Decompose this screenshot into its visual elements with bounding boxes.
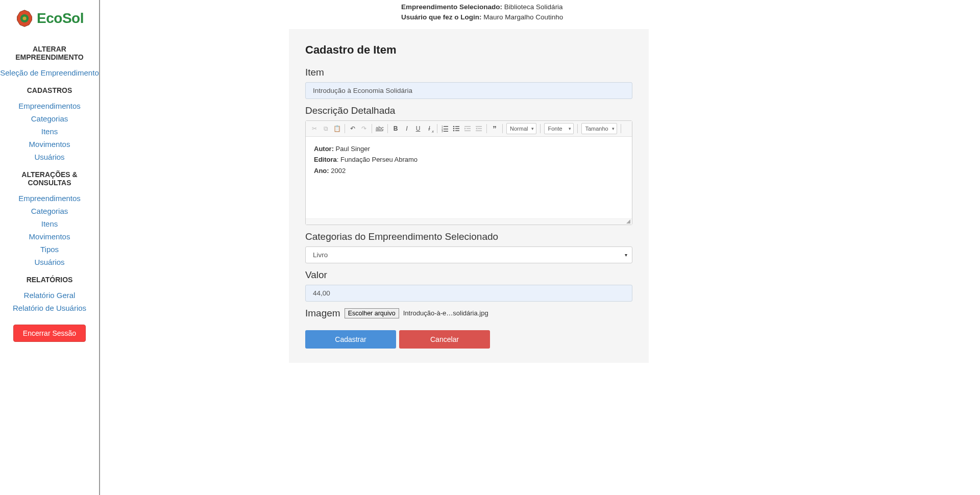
nav-alt-tipos[interactable]: Tipos [0,243,99,256]
spellcheck-icon[interactable]: abç [374,123,385,134]
form-panel: Cadastro de Item Item Descrição Detalhad… [289,29,649,363]
sidebar: EcoSol ALTERAR EMPREENDIMENTO Seleção de… [0,0,100,495]
italic-icon[interactable]: I [401,123,412,134]
sidebar-heading-alteracoes: ALTERAÇÕES & CONSULTAS [0,170,99,187]
main-content: Empreendimento Selecionado: Biblioteca S… [100,0,980,495]
toolbar-separator [502,124,503,133]
item-input[interactable] [305,82,632,99]
logo-icon [15,9,34,28]
toolbar-separator [621,124,621,133]
copy-icon[interactable]: ⧉ [320,123,331,134]
desc-autor-value: Paul Singer [334,145,370,153]
svg-rect-10 [455,126,459,127]
editor-toolbar: ✂ ⧉ 📋 ↶ ↷ abç B I U Ix 123 [306,121,632,137]
nav-alt-empreendimentos[interactable]: Empreendimentos [0,192,99,205]
paste-icon[interactable]: 📋 [331,123,342,134]
svg-point-13 [453,130,455,131]
nav-cad-itens[interactable]: Itens [0,125,99,138]
cut-icon[interactable]: ✂ [309,123,320,134]
toolbar-separator [540,124,541,133]
descricao-label: Descrição Detalhada [305,105,632,116]
nav-alt-usuarios[interactable]: Usuários [0,256,99,268]
svg-point-11 [453,128,455,129]
svg-rect-21 [478,128,482,129]
logo: EcoSol [0,5,99,38]
desc-editora-key: Editora [314,156,337,163]
nav-relatorio-geral[interactable]: Relatório Geral [0,289,99,302]
toolbar-separator [437,124,437,133]
sidebar-heading-cadastros: CADASTROS [0,86,99,94]
cadastrar-button[interactable]: Cadastrar [305,330,396,349]
toolbar-separator [577,124,578,133]
svg-rect-4 [444,126,448,127]
font-select[interactable]: Fonte [544,123,574,134]
nav-cad-empreendimentos[interactable]: Empreendimentos [0,100,99,112]
svg-point-2 [22,16,26,20]
nav-cad-categorias[interactable]: Categorias [0,112,99,125]
format-select[interactable]: Normal [506,123,536,134]
logo-text: EcoSol [37,10,84,27]
categorias-select[interactable]: Livro [305,246,632,263]
svg-rect-15 [464,126,471,127]
svg-rect-18 [464,130,471,131]
desc-ano-key: Ano: [314,167,329,175]
nav-cad-movimentos[interactable]: Movimentos [0,138,99,151]
svg-text:3: 3 [442,130,443,132]
svg-rect-12 [455,128,459,129]
outdent-icon[interactable] [462,123,473,134]
blockquote-icon[interactable]: ” [489,123,500,134]
sidebar-heading-alterar: ALTERAR EMPREENDIMENTO [0,45,99,61]
emp-selecionado-label: Empreendimento Selecionado: [401,3,502,11]
nav-alt-itens[interactable]: Itens [0,217,99,230]
svg-rect-14 [455,130,459,131]
nav-selecao-empreendimento[interactable]: Seleção de Empreendimento [0,66,99,79]
unordered-list-icon[interactable] [451,123,462,134]
valor-input[interactable] [305,285,632,302]
size-select[interactable]: Tamanho [581,123,617,134]
desc-editora-value: Fundação Perseu Abramo [340,156,418,163]
top-info: Empreendimento Selecionado: Biblioteca S… [401,2,970,23]
emp-selecionado-value: Biblioteca Solidária [504,3,563,11]
svg-point-9 [453,126,455,127]
usuario-login-value: Mauro Margalho Coutinho [483,13,563,21]
desc-editora-sep: : [337,156,340,163]
editor-body[interactable]: Autor: Paul Singer Editora: Fundação Per… [306,137,632,218]
nav-alt-categorias[interactable]: Categorias [0,205,99,217]
ordered-list-icon[interactable]: 123 [439,123,451,134]
svg-rect-17 [467,128,471,129]
svg-rect-6 [444,129,448,130]
toolbar-separator [345,124,345,133]
underline-icon[interactable]: U [412,123,424,134]
file-choose-button[interactable]: Escolher arquivo [345,308,399,318]
svg-rect-19 [476,126,482,127]
valor-label: Valor [305,269,632,281]
nav-alt-movimentos[interactable]: Movimentos [0,230,99,243]
indent-icon[interactable] [473,123,484,134]
rich-text-editor: ✂ ⧉ 📋 ↶ ↷ abç B I U Ix 123 [305,120,632,225]
toolbar-separator [486,124,487,133]
toolbar-separator [387,124,388,133]
undo-icon[interactable]: ↶ [347,123,358,134]
nav-cad-usuarios[interactable]: Usuários [0,151,99,163]
file-name-display: Introdução-à-e…solidária.jpg [403,309,488,317]
toolbar-separator [372,124,372,133]
remove-format-icon[interactable]: Ix [424,123,435,134]
sidebar-heading-relatorios: RELATÓRIOS [0,276,99,284]
usuario-login-label: Usuário que fez o Login: [401,13,482,21]
bold-icon[interactable]: B [390,123,401,134]
svg-rect-22 [476,130,482,131]
page-title: Cadastro de Item [305,43,632,57]
redo-icon[interactable]: ↷ [358,123,370,134]
imagem-label: Imagem [305,308,340,319]
desc-autor-key: Autor: [314,145,334,153]
svg-marker-20 [476,128,477,130]
categorias-label: Categorias do Empreendimento Selecionado [305,231,632,242]
item-label: Item [305,67,632,78]
svg-rect-8 [444,131,448,132]
nav-relatorio-usuarios[interactable]: Relatório de Usuários [0,302,99,314]
svg-marker-16 [464,128,466,130]
logout-button[interactable]: Encerrar Sessão [13,325,86,342]
editor-resize-handle[interactable] [306,218,632,225]
desc-ano-value: 2002 [329,167,346,175]
cancelar-button[interactable]: Cancelar [399,330,490,349]
